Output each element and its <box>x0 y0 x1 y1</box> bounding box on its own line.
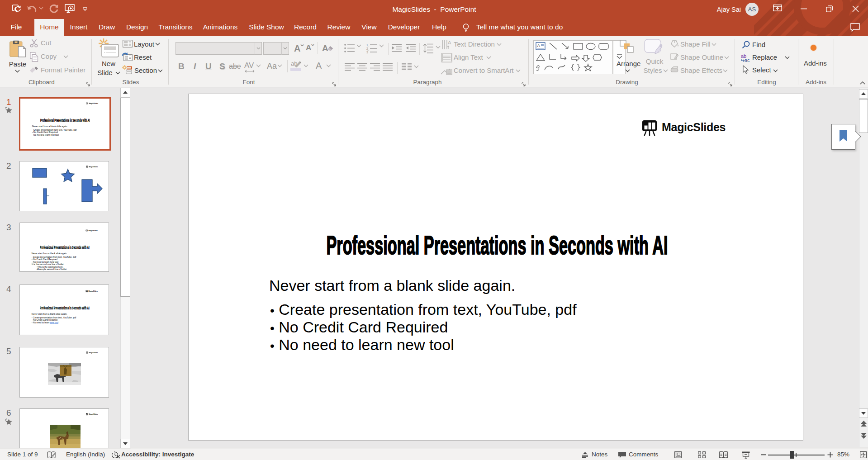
svg-text:1: 1 <box>366 43 368 47</box>
svg-text:MagicSlides: MagicSlides <box>89 352 98 354</box>
svg-text:A: A <box>537 43 541 48</box>
svg-text:2: 2 <box>366 47 368 50</box>
svg-text:MagicSlides: MagicSlides <box>89 413 98 415</box>
svg-text:3: 3 <box>366 51 368 53</box>
svg-text:MagicSlides: MagicSlides <box>89 166 98 168</box>
svg-text:A: A <box>448 40 451 45</box>
svg-text:ac: ac <box>745 57 750 62</box>
